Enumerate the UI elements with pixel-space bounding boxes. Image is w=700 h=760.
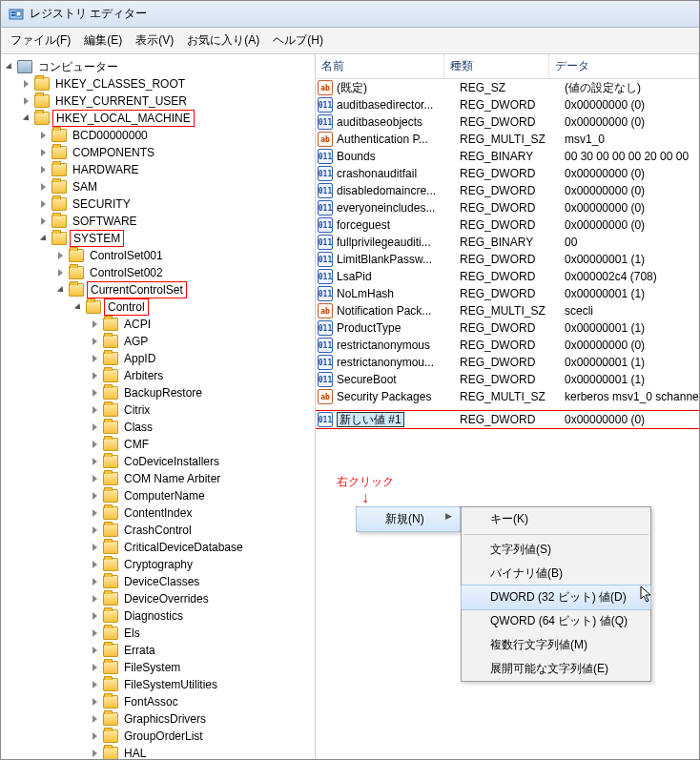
- tree-item[interactable]: Control: [70, 298, 315, 316]
- context-menu-main[interactable]: 新規(N): [356, 506, 461, 532]
- expander-collapsed-icon[interactable]: [89, 370, 100, 381]
- expander-collapsed-icon[interactable]: [89, 353, 100, 364]
- expander-expanded-icon[interactable]: [37, 233, 49, 244]
- expander-collapsed-icon[interactable]: [89, 713, 100, 725]
- expander-expanded-icon[interactable]: [72, 301, 83, 313]
- list-row[interactable]: 011ProductTypeREG_DWORD0x00000001 (1): [316, 319, 699, 337]
- menu-favorites[interactable]: お気に入り(A): [181, 31, 265, 51]
- tree-item[interactable]: Cryptography: [87, 556, 315, 573]
- list-row[interactable]: 011disabledomaincre...REG_DWORD0x0000000…: [316, 182, 699, 199]
- tree-item[interactable]: COM Name Arbiter: [87, 470, 315, 487]
- expander-collapsed-icon[interactable]: [89, 662, 100, 673]
- menu-file[interactable]: ファイル(F): [5, 31, 76, 51]
- tree-item[interactable]: ControlSet002: [52, 264, 315, 281]
- expander-collapsed-icon[interactable]: [37, 198, 49, 210]
- expander-collapsed-icon[interactable]: [89, 336, 100, 347]
- tree-item[interactable]: DeviceClasses: [87, 573, 315, 590]
- expander-collapsed-icon[interactable]: [89, 542, 100, 553]
- submenu-multi[interactable]: 複数行文字列値(M): [462, 633, 650, 657]
- tree-item[interactable]: SOFTWARE: [35, 213, 315, 230]
- list-row[interactable]: 011LimitBlankPassw...REG_DWORD0x00000001…: [316, 251, 699, 268]
- context-submenu-new[interactable]: キー(K) 文字列値(S) バイナリ値(B) DWORD (32 ビット) 値(…: [461, 506, 651, 682]
- expander-collapsed-icon[interactable]: [89, 593, 100, 605]
- expander-collapsed-icon[interactable]: [89, 559, 100, 570]
- expander-collapsed-icon[interactable]: [89, 645, 100, 656]
- list-row[interactable]: abAuthentication P...REG_MULTI_SZmsv1_0: [316, 131, 699, 148]
- tree-item[interactable]: GroupOrderList: [87, 728, 315, 745]
- expander-collapsed-icon[interactable]: [89, 387, 100, 399]
- tree-item[interactable]: BackupRestore: [87, 384, 315, 401]
- tree-pane[interactable]: コンピューターHKEY_CLASSES_ROOTHKEY_CURRENT_USE…: [1, 54, 316, 760]
- tree-item[interactable]: Citrix: [87, 401, 315, 419]
- tree-item[interactable]: SYSTEM: [35, 230, 315, 247]
- tree-item[interactable]: ComputerName: [87, 487, 315, 504]
- tree-item[interactable]: GraphicsDrivers: [87, 710, 315, 728]
- menu-view[interactable]: 表示(V): [130, 31, 179, 51]
- expander-collapsed-icon[interactable]: [89, 507, 100, 519]
- submenu-qword[interactable]: QWORD (64 ビット) 値(Q): [462, 609, 650, 633]
- expander-collapsed-icon[interactable]: [89, 490, 100, 502]
- col-header-data[interactable]: データ: [549, 54, 699, 78]
- expander-collapsed-icon[interactable]: [37, 130, 49, 141]
- tree-item[interactable]: CoDeviceInstallers: [87, 453, 315, 470]
- expander-expanded-icon[interactable]: [3, 61, 14, 72]
- tree-item[interactable]: コンピューター: [1, 58, 315, 75]
- submenu-dword[interactable]: DWORD (32 ビット) 値(D): [461, 585, 651, 610]
- col-header-type[interactable]: 種類: [444, 54, 549, 78]
- expander-collapsed-icon[interactable]: [54, 267, 66, 278]
- tree-item[interactable]: HKEY_CLASSES_ROOT: [18, 75, 315, 92]
- tree-item[interactable]: CriticalDeviceDatabase: [87, 539, 315, 556]
- expander-collapsed-icon[interactable]: [89, 473, 100, 484]
- list-row[interactable]: abNotification Pack...REG_MULTI_SZscecli: [316, 302, 699, 319]
- expander-collapsed-icon[interactable]: [89, 421, 100, 433]
- list-row[interactable]: 011NoLmHashREG_DWORD0x00000001 (1): [316, 285, 699, 302]
- expander-collapsed-icon[interactable]: [89, 439, 100, 450]
- expander-collapsed-icon[interactable]: [37, 216, 49, 227]
- tree-item[interactable]: Els: [87, 625, 315, 642]
- tree-item[interactable]: AppID: [87, 350, 315, 367]
- list-row[interactable]: ab(既定)REG_SZ(値の設定なし): [316, 79, 699, 96]
- tree-item[interactable]: Class: [87, 419, 315, 436]
- expander-collapsed-icon[interactable]: [89, 404, 100, 416]
- list-row[interactable]: 011auditbasedirector...REG_DWORD0x000000…: [316, 96, 699, 113]
- tree-item[interactable]: ACPI: [87, 316, 315, 333]
- list-row[interactable]: 011auditbaseobjectsREG_DWORD0x00000000 (…: [316, 113, 699, 131]
- tree-item[interactable]: HKEY_LOCAL_MACHINE: [18, 110, 315, 127]
- tree-item[interactable]: CMF: [87, 436, 315, 453]
- tree-item[interactable]: SECURITY: [35, 195, 315, 213]
- tree-item[interactable]: Errata: [87, 642, 315, 659]
- col-header-name[interactable]: 名前: [316, 54, 444, 78]
- expander-collapsed-icon[interactable]: [89, 627, 100, 639]
- list-row[interactable]: 011新しい値 #1REG_DWORD0x00000000 (0): [316, 411, 699, 428]
- expander-collapsed-icon[interactable]: [89, 730, 100, 742]
- expander-collapsed-icon[interactable]: [89, 456, 100, 467]
- menu-edit[interactable]: 編集(E): [78, 31, 128, 51]
- expander-collapsed-icon[interactable]: [89, 524, 100, 536]
- expander-expanded-icon[interactable]: [20, 113, 31, 124]
- tree-item[interactable]: AGP: [87, 333, 315, 350]
- tree-item[interactable]: Arbiters: [87, 367, 315, 384]
- tree-item[interactable]: CrashControl: [87, 522, 315, 539]
- submenu-expand[interactable]: 展開可能な文字列値(E): [462, 657, 650, 681]
- expander-collapsed-icon[interactable]: [89, 748, 100, 759]
- expander-collapsed-icon[interactable]: [89, 610, 100, 622]
- expander-expanded-icon[interactable]: [54, 284, 66, 296]
- list-row[interactable]: 011forceguestREG_DWORD0x00000000 (0): [316, 216, 699, 234]
- expander-collapsed-icon[interactable]: [89, 696, 100, 708]
- tree-item[interactable]: DeviceOverrides: [87, 590, 315, 607]
- list-pane[interactable]: 名前 種類 データ ab(既定)REG_SZ(値の設定なし)011auditba…: [316, 54, 699, 760]
- tree-item[interactable]: HARDWARE: [35, 161, 315, 178]
- list-row[interactable]: 011everyoneincludes...REG_DWORD0x0000000…: [316, 199, 699, 216]
- expander-collapsed-icon[interactable]: [37, 147, 49, 158]
- list-row[interactable]: 011fullprivilegeauditi...REG_BINARY00: [316, 234, 699, 251]
- tree-item[interactable]: HAL: [87, 745, 315, 760]
- submenu-binary[interactable]: バイナリ値(B): [462, 562, 650, 585]
- list-row[interactable]: 011restrictanonymousREG_DWORD0x00000000 …: [316, 337, 699, 354]
- list-row[interactable]: 011LsaPidREG_DWORD0x000002c4 (708): [316, 268, 699, 285]
- context-new[interactable]: 新規(N): [356, 506, 461, 532]
- tree-item[interactable]: FileSystem: [87, 659, 315, 676]
- tree-item[interactable]: SAM: [35, 178, 315, 195]
- expander-collapsed-icon[interactable]: [37, 181, 49, 193]
- list-row[interactable]: 011restrictanonymou...REG_DWORD0x0000000…: [316, 354, 699, 371]
- expander-collapsed-icon[interactable]: [37, 164, 49, 175]
